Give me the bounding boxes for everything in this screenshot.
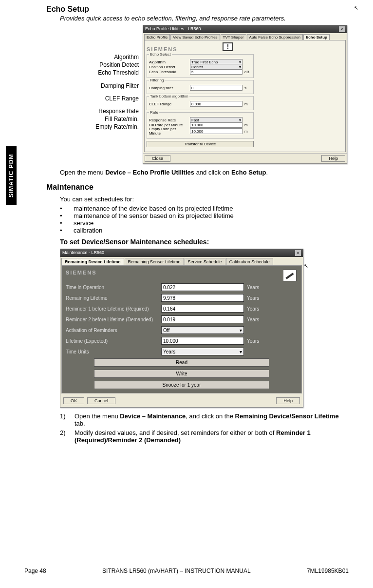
echo-select-group: Echo Select Algorithm True First Echo Po… bbox=[147, 54, 254, 78]
clef-range-unit: m bbox=[244, 102, 251, 106]
remaining-input[interactable]: 9.978 bbox=[161, 294, 244, 302]
step-1-mid: , and click on the bbox=[186, 412, 235, 420]
algorithm-label: Algorithm bbox=[149, 60, 188, 64]
callout-damping-filter: Damping Filter bbox=[60, 82, 139, 90]
step-1: 1) Open the menu Device – Maintenance, a… bbox=[60, 412, 349, 427]
empty-rate-unit: m bbox=[244, 129, 251, 134]
echo-setup-subtitle: Provides quick access to echo selection,… bbox=[60, 15, 349, 22]
schedule-bullets: maintenance of the device based on its p… bbox=[60, 205, 349, 234]
time-units-select[interactable]: Years bbox=[161, 348, 244, 355]
wrench-icon bbox=[283, 270, 297, 281]
side-tab: SIMATIC PDM bbox=[6, 146, 17, 205]
damping-filter-label: Damping filter bbox=[149, 86, 188, 90]
expected-unit: Years bbox=[247, 338, 259, 344]
step-1-b2: Remaining Device/Sensor Lifetime bbox=[235, 412, 339, 420]
maintenance-steps: 1) Open the menu Device – Maintenance, a… bbox=[60, 412, 349, 444]
dialog-title: Echo Profile Utilities - LR560 bbox=[145, 26, 201, 32]
tab-echo-setup[interactable]: Echo Setup bbox=[303, 34, 330, 40]
step-1-suffix: tab. bbox=[75, 420, 85, 427]
tab-service-schedule[interactable]: Service Schedule bbox=[185, 258, 225, 265]
cursor-icon: ↖ bbox=[354, 5, 358, 11]
cursor-icon: ↖ bbox=[304, 263, 308, 269]
step-1-num: 1) bbox=[60, 412, 75, 427]
maintenance-dialog: Maintenance - LR560 × Remaining Device L… bbox=[60, 249, 303, 408]
echo-instruction: Open the menu Device – Echo Profile Util… bbox=[60, 169, 349, 176]
echo-profile-dialog: Echo Profile Utilities - LR560 × ↖ Echo … bbox=[143, 25, 347, 164]
tab-remaining-device[interactable]: Remaining Device Lifetime bbox=[61, 258, 124, 265]
maintenance-dialog-title: Maintenance - LR560 bbox=[62, 250, 104, 256]
tab-view-saved[interactable]: View Saved Echo Profiles bbox=[170, 34, 220, 40]
caution-icon bbox=[223, 42, 233, 51]
position-detect-select[interactable]: Center bbox=[190, 64, 242, 70]
bullet-calibration: calibration bbox=[60, 227, 349, 234]
snooze-button[interactable]: Snooze for 1 year bbox=[94, 381, 269, 389]
activation-label: Activation of Reminders bbox=[66, 328, 158, 333]
bullet-service: service bbox=[60, 219, 349, 227]
clef-range-label: CLEF Range bbox=[149, 102, 188, 106]
tank-bottom-legend: Tank bottom algorithm bbox=[149, 94, 189, 98]
bullet-device: maintenance of the device based on its p… bbox=[60, 205, 349, 212]
to-set-heading: To set Device/Sensor Maintenance schedul… bbox=[60, 238, 349, 246]
rem1-input[interactable]: 0.164 bbox=[161, 305, 244, 313]
empty-rate-label: Empty Rate per Minute bbox=[149, 127, 188, 136]
maintenance-tabs: Remaining Device Lifetime Remaining Sens… bbox=[60, 257, 303, 265]
activation-select[interactable]: Off bbox=[161, 326, 244, 334]
tab-echo-profile[interactable]: Echo Profile bbox=[144, 34, 170, 40]
rem1-unit: Years bbox=[247, 306, 259, 312]
tab-calibration-schedule[interactable]: Calibration Schedule bbox=[226, 258, 273, 265]
footer-right: 7ML19985KB01 bbox=[307, 568, 349, 574]
clef-range-input[interactable]: 0.000 bbox=[190, 101, 242, 107]
bullet-sensor: maintenance of the sensor based on its p… bbox=[60, 212, 349, 219]
callout-labels: Algorithm Position Detect Echo Threshold… bbox=[60, 25, 143, 131]
tab-auto-false-echo[interactable]: Auto False Echo Suppression bbox=[247, 34, 303, 40]
time-in-op-unit: Years bbox=[247, 285, 259, 290]
dialog-tabs: Echo Profile View Saved Echo Profiles TV… bbox=[143, 33, 347, 40]
footer-page: Page 48 bbox=[24, 568, 46, 574]
rate-legend: Rate bbox=[149, 110, 159, 115]
remaining-unit: Years bbox=[247, 295, 259, 301]
response-rate-select[interactable]: Fast bbox=[190, 117, 242, 123]
instr-suffix: . bbox=[266, 169, 268, 176]
expected-input[interactable]: 10.000 bbox=[161, 337, 244, 345]
callout-empty-rate: Empty Rate/min. bbox=[60, 123, 139, 131]
rate-group: Rate Response Rate Fast Fill Rate per Mi… bbox=[147, 112, 254, 139]
echo-select-legend: Echo Select bbox=[149, 52, 172, 57]
tab-remaining-sensor[interactable]: Remaining Sensor Lifetime bbox=[125, 258, 184, 265]
callout-clef-range: CLEF Range bbox=[60, 95, 139, 102]
filtering-group: Filtering Damping filter 0 s bbox=[147, 80, 254, 94]
maintenance-heading: Maintenance bbox=[46, 183, 349, 192]
step-2-prefix: Modify desired values, and if desired, s… bbox=[75, 429, 276, 436]
tank-bottom-group: Tank bottom algorithm CLEF Range 0.000 m bbox=[147, 96, 254, 110]
position-detect-label: Position Detect bbox=[149, 65, 188, 69]
callout-response-rate: Response Rate bbox=[60, 107, 139, 115]
help-button[interactable]: Help bbox=[321, 155, 345, 162]
ok-button[interactable]: OK bbox=[63, 397, 84, 404]
close-icon[interactable]: × bbox=[295, 250, 301, 256]
instr-prefix: Open the menu bbox=[60, 169, 105, 176]
step-2: 2) Modify desired values, and if desired… bbox=[60, 429, 349, 444]
page-footer: Page 48 SITRANS LR560 (mA/HART) – INSTRU… bbox=[24, 568, 349, 574]
echo-threshold-label: Echo Threshold bbox=[149, 70, 188, 74]
transfer-to-device-button[interactable]: Transfer to Device bbox=[147, 141, 254, 147]
help-button[interactable]: Help bbox=[276, 397, 300, 404]
read-button[interactable]: Read bbox=[94, 358, 269, 367]
filtering-legend: Filtering bbox=[149, 78, 165, 82]
echo-setup-heading: Echo Setup bbox=[46, 5, 349, 14]
rem2-input[interactable]: 0.019 bbox=[161, 315, 244, 323]
footer-center: SITRANS LR560 (mA/HART) – INSTRUCTION MA… bbox=[102, 568, 251, 574]
damping-filter-input[interactable]: 0 bbox=[190, 85, 242, 91]
write-button[interactable]: Write bbox=[94, 370, 269, 378]
step-1-b1: Device – Maintenance bbox=[120, 412, 186, 420]
tab-tvt-shaper[interactable]: TVT Shaper bbox=[221, 34, 246, 40]
empty-rate-input[interactable]: 10.000 bbox=[190, 128, 242, 134]
expected-label: Lifetime (Expected) bbox=[66, 338, 158, 344]
close-button[interactable]: Close bbox=[145, 155, 170, 162]
damping-filter-unit: s bbox=[244, 86, 251, 90]
close-icon[interactable]: × bbox=[339, 26, 345, 32]
response-rate-label: Response Rate bbox=[149, 118, 188, 122]
time-in-op-input[interactable]: 0.022 bbox=[161, 283, 244, 291]
cancel-button[interactable]: Cancel bbox=[87, 397, 115, 404]
rem2-label: Reminder 2 before Lifetime (Demanded) bbox=[66, 317, 158, 322]
echo-threshold-unit: dB bbox=[244, 70, 251, 74]
instr-mid: and click on bbox=[194, 169, 231, 176]
